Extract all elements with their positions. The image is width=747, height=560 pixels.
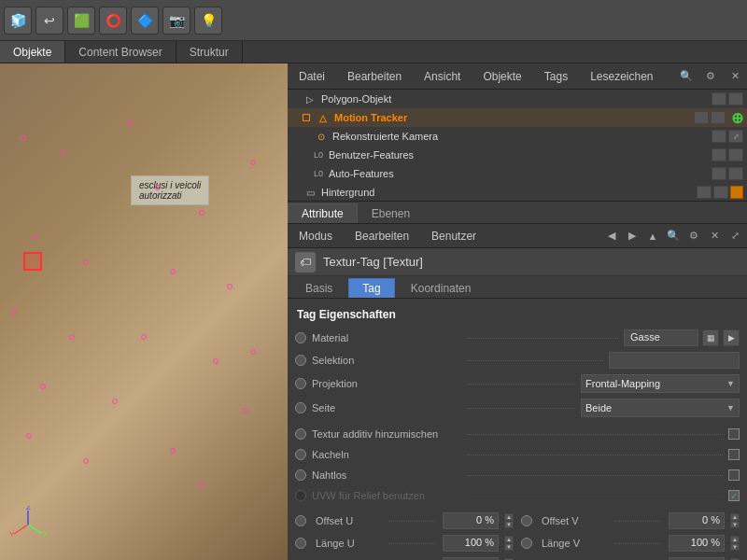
attr-toolbar: Modus Bearbeiten Benutzer ◀ ▶ ▲ 🔍 ⚙ ✕ ⤢ <box>288 224 747 248</box>
next-icon[interactable]: ▶ <box>624 228 641 245</box>
flag-box[interactable]: ⤢ <box>728 130 743 143</box>
flag-box[interactable] <box>728 92 743 105</box>
offset-u-label: Offset U <box>316 515 381 526</box>
seite-dropdown[interactable]: Beide ▼ <box>581 399 740 417</box>
menu-objekte[interactable]: Objekte <box>475 68 529 85</box>
selektion-value[interactable] <box>609 352 740 369</box>
tool-select[interactable]: ↩ <box>35 7 63 35</box>
flag-box[interactable] <box>712 167 726 180</box>
menu-ansicht[interactable]: Ansicht <box>416 68 468 85</box>
spin-up[interactable]: ▲ <box>730 536 740 543</box>
tag-type-icon: 🏷 <box>295 252 316 273</box>
viewport[interactable]: ☰ 🎥 ↔ ↺ ⤡ esclusi i veicoli autorizzati <box>0 63 288 560</box>
flag-box[interactable] <box>712 92 726 105</box>
track-point <box>250 160 256 165</box>
tab-attribute[interactable]: Attribute <box>288 203 358 223</box>
flag-box[interactable] <box>712 148 726 161</box>
subtab-koordinaten[interactable]: Koordinaten <box>397 278 486 298</box>
spin-down[interactable]: ▼ <box>730 543 740 551</box>
obj-benutzer[interactable]: L0 Benutzer-Features <box>288 146 747 164</box>
search-icon[interactable]: 🔍 <box>678 68 695 85</box>
laenge-v-spinner[interactable]: ▲ ▼ <box>730 536 740 551</box>
offset-v-spinner[interactable]: ▲ ▼ <box>730 513 740 528</box>
obj-polygon[interactable]: ▷ Polygon-Objekt <box>288 90 747 108</box>
obj-kamera[interactable]: ⊙ Rekonstruierte Kamera ⤢ <box>288 127 747 146</box>
spin-down[interactable]: ▼ <box>504 521 514 528</box>
attr-menu-modus[interactable]: Modus <box>291 228 340 245</box>
obj-auto[interactable]: L0 Auto-Features <box>288 164 747 183</box>
offset-v-input[interactable]: 0 % <box>669 512 725 529</box>
menu-lesezeichen[interactable]: Lesezeichen <box>583 68 660 85</box>
tab-ebenen[interactable]: Ebenen <box>358 203 424 223</box>
attr-menu-benutzer[interactable]: Benutzer <box>424 228 484 245</box>
flag-box[interactable] <box>713 186 728 199</box>
offset-u-input[interactable]: 0 % <box>443 512 499 529</box>
spin-up[interactable]: ▲ <box>730 513 740 521</box>
menu-bearbeiten[interactable]: Bearbeiten <box>340 68 409 85</box>
tool-cube[interactable]: 🧊 <box>4 7 32 35</box>
material-browse-btn[interactable]: ▦ <box>702 329 719 346</box>
expand-attr-icon[interactable]: ⤢ <box>726 228 743 245</box>
settings-icon[interactable]: ⚙ <box>702 68 719 85</box>
subtab-basis[interactable]: Basis <box>291 278 346 298</box>
tab-objekte[interactable]: Objekte <box>0 41 65 63</box>
material-value[interactable]: Gasse <box>624 329 698 346</box>
kacheln-indicator[interactable] <box>295 449 306 460</box>
seite-indicator[interactable] <box>295 402 306 413</box>
prev-icon[interactable]: ◀ <box>603 228 620 245</box>
add-icon[interactable]: ⊕ <box>731 109 743 127</box>
projektion-indicator[interactable] <box>295 378 306 389</box>
material-arrow-btn[interactable]: ▶ <box>723 329 740 346</box>
offset-v-indicator[interactable] <box>521 515 532 526</box>
laenge-v-indicator[interactable] <box>521 538 532 549</box>
laenge-u-input[interactable]: 100 % <box>443 535 499 552</box>
spin-up[interactable]: ▲ <box>504 536 514 543</box>
obj-motion-tracker[interactable]: △ Motion Tracker ⊕ <box>288 108 747 127</box>
laenge-u-spinner[interactable]: ▲ ▼ <box>504 536 514 551</box>
spin-down[interactable]: ▼ <box>730 521 740 528</box>
menu-tags[interactable]: Tags <box>537 68 575 85</box>
flag-box[interactable] <box>697 186 712 199</box>
flag-box[interactable] <box>711 111 726 124</box>
textur-indicator[interactable] <box>295 428 306 440</box>
nahtlos-checkbox[interactable] <box>728 469 740 481</box>
projektion-dropdown[interactable]: Frontal-Mapping ▼ <box>581 374 740 393</box>
search-attr-icon[interactable]: 🔍 <box>665 228 682 245</box>
flag-box[interactable] <box>694 111 709 124</box>
selektion-indicator[interactable] <box>295 355 306 366</box>
laenge-u-indicator[interactable] <box>295 538 306 549</box>
track-point <box>11 309 17 315</box>
offset-u-indicator[interactable] <box>295 515 306 526</box>
laenge-v-input[interactable]: 100 % <box>669 535 725 552</box>
close-attr-icon[interactable]: ✕ <box>706 228 723 245</box>
kacheln-checkbox[interactable] <box>728 449 740 460</box>
attr-menu-bearbeiten[interactable]: Bearbeiten <box>347 228 416 245</box>
object-list[interactable]: ▷ Polygon-Objekt △ Motion Tracker ⊕ <box>288 90 747 202</box>
flag-box[interactable] <box>728 167 743 180</box>
tool-camera[interactable]: 📷 <box>162 7 190 35</box>
nahtlos-indicator[interactable] <box>295 469 306 481</box>
obj-hintergrund-label: Hintergrund <box>321 187 693 198</box>
tool-light[interactable]: 💡 <box>194 7 222 35</box>
offset-u-spinner[interactable]: ▲ ▼ <box>504 513 514 528</box>
flag-orange[interactable] <box>730 186 743 199</box>
textur-checkbox[interactable] <box>728 428 740 440</box>
up-icon[interactable]: ▲ <box>644 228 661 245</box>
flag-box[interactable] <box>712 130 726 143</box>
tab-struktur[interactable]: Struktur <box>176 41 243 63</box>
flag-box[interactable] <box>728 148 743 161</box>
obj-hintergrund[interactable]: ▭ Hintergrund <box>288 183 747 202</box>
menu-datei[interactable]: Datei <box>291 68 332 85</box>
settings-attr-icon[interactable]: ⚙ <box>685 228 702 245</box>
close-icon[interactable]: ✕ <box>726 68 743 85</box>
subtab-tag[interactable]: Tag <box>348 278 394 298</box>
uvw-indicator[interactable] <box>295 490 306 501</box>
spin-down[interactable]: ▼ <box>504 543 514 551</box>
tool-deform[interactable]: 🔷 <box>131 7 159 35</box>
spin-up[interactable]: ▲ <box>504 513 514 521</box>
material-indicator[interactable] <box>295 332 306 343</box>
uvw-checkbox[interactable]: ✓ <box>728 490 740 501</box>
tab-content-browser[interactable]: Content Browser <box>65 41 176 63</box>
tool-sphere[interactable]: ⭕ <box>99 7 127 35</box>
tool-poly[interactable]: 🟩 <box>67 7 95 35</box>
